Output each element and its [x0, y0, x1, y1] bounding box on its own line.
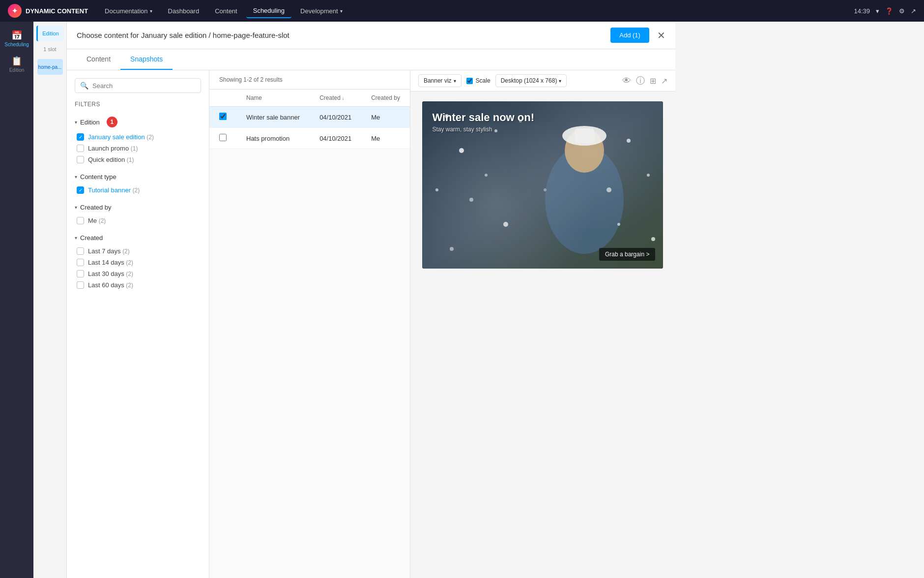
checkbox-last30[interactable] — [77, 270, 84, 277]
banner-subtitle: Stay warm, stay stylish — [432, 126, 534, 133]
row-created-cell: 04/10/2021 — [310, 128, 361, 149]
sidebar-scheduling-label: Scheduling — [4, 42, 29, 47]
settings-icon[interactable]: ⚙ — [899, 7, 905, 15]
filter-item-last7[interactable]: Last 7 days (2) — [77, 245, 201, 257]
info-icon[interactable]: ⓘ — [636, 75, 645, 87]
january-sale-link[interactable]: January sale edition (2) — [88, 133, 154, 141]
nav-dashboard[interactable]: Dashboard — [161, 4, 206, 18]
filter-header-edition[interactable]: ▾ Edition 1 — [75, 113, 201, 131]
filter-item-last14[interactable]: Last 14 days (2) — [77, 257, 201, 268]
created-by-filter-label: Created by — [80, 204, 112, 211]
svg-point-15 — [544, 188, 547, 191]
slot-item-homepage[interactable]: home-pa... — [37, 59, 63, 75]
copy-icon[interactable]: ⊞ — [650, 75, 656, 87]
created-by-column-header[interactable]: Created by — [361, 90, 410, 107]
checkbox-me[interactable] — [77, 217, 84, 224]
chevron-down-icon: ▾ — [340, 8, 343, 14]
nav-items: Documentation ▾ Dashboard Content Schedu… — [98, 4, 854, 18]
table-body: Winter sale banner 04/10/2021 Me Hats pr… — [209, 107, 410, 149]
filter-header-created-by[interactable]: ▾ Created by — [75, 200, 201, 215]
filter-item-last30[interactable]: Last 30 days (2) — [77, 268, 201, 279]
banner-viz-button[interactable]: Banner viz ▾ — [418, 74, 462, 87]
me-label: Me (2) — [88, 217, 106, 224]
help-icon[interactable]: ❓ — [885, 7, 893, 15]
desktop-select-button[interactable]: Desktop (1024 x 768) ▾ — [495, 74, 567, 87]
chevron-down-icon: ▾ — [876, 7, 879, 15]
add-button[interactable]: Add (1) — [610, 28, 649, 43]
launch-promo-label: Launch promo (1) — [88, 145, 138, 152]
row-select-checkbox[interactable] — [219, 113, 227, 120]
row-checkbox-cell — [209, 107, 236, 128]
filter-item-tutorial-banner[interactable]: ✓ Tutorial banner (2) — [77, 184, 201, 196]
banner-viz-label: Banner viz — [424, 77, 452, 84]
scheduling-icon: 📅 — [11, 30, 22, 41]
modal-container: Choose content for January sale edition … — [67, 22, 675, 578]
table-row[interactable]: Hats promotion 04/10/2021 Me — [209, 128, 410, 149]
preview-toolbar: Banner viz ▾ Scale Desktop (1024 x 768) … — [410, 70, 675, 91]
filter-header-created[interactable]: ▾ Created — [75, 230, 201, 245]
search-box[interactable]: 🔍 — [75, 78, 201, 93]
row-checkbox-cell — [209, 128, 236, 149]
scale-checkbox[interactable] — [466, 78, 473, 84]
checkbox-tutorial-banner[interactable]: ✓ — [77, 186, 84, 194]
filter-item-me[interactable]: Me (2) — [77, 215, 201, 226]
nav-scheduling[interactable]: Scheduling — [246, 4, 291, 18]
tab-content[interactable]: Content — [77, 49, 120, 70]
results-table: Name Created Created by Winter sale bann… — [209, 90, 410, 578]
tutorial-banner-link[interactable]: Tutorial banner (2) — [88, 186, 140, 194]
tabs-bar: Content Snapshots — [67, 49, 675, 70]
sec-sidebar-edition[interactable]: Edition — [36, 26, 64, 41]
svg-point-13 — [617, 223, 620, 226]
left-sidebar: 📅 Scheduling 📋 Edition — [0, 22, 33, 578]
close-button[interactable]: ✕ — [657, 30, 665, 41]
secondary-sidebar: Edition 1 slot home-pa... — [33, 22, 67, 578]
svg-point-18 — [651, 237, 655, 241]
tab-snapshots[interactable]: Snapshots — [120, 49, 173, 70]
row-created-by-cell: Me — [361, 107, 410, 128]
results-panel: Showing 1-2 of 2 results Name Created Cr… — [209, 70, 410, 578]
checkbox-quick-edition[interactable] — [77, 156, 84, 163]
filter-item-launch-promo[interactable]: Launch promo (1) — [77, 143, 201, 154]
nav-content[interactable]: Content — [208, 4, 244, 18]
name-column-header[interactable]: Name — [236, 90, 310, 107]
user-icon[interactable]: ↗ — [911, 7, 916, 15]
table-row[interactable]: Winter sale banner 04/10/2021 Me — [209, 107, 410, 128]
chevron-down-icon: ▾ — [75, 205, 77, 210]
preview-panel: Banner viz ▾ Scale Desktop (1024 x 768) … — [410, 70, 675, 578]
filter-item-last60[interactable]: Last 60 days (2) — [77, 279, 201, 291]
filter-header-content-type[interactable]: ▾ Content type — [75, 169, 201, 184]
created-by-filter-items: Me (2) — [75, 215, 201, 226]
checkbox-january-sale[interactable]: ✓ — [77, 133, 84, 141]
filter-item-january-sale[interactable]: ✓ January sale edition (2) — [77, 131, 201, 143]
content-type-filter-label: Content type — [80, 173, 116, 181]
svg-point-17 — [485, 174, 488, 177]
last60-label: Last 60 days (2) — [88, 281, 133, 289]
chevron-down-icon: ▾ — [75, 235, 77, 241]
created-filter-label: Created — [80, 234, 103, 242]
eye-icon[interactable]: 👁 — [622, 75, 631, 87]
open-external-icon[interactable]: ↗ — [661, 75, 667, 87]
checkbox-last7[interactable] — [77, 247, 84, 255]
row-select-checkbox[interactable] — [219, 134, 227, 141]
svg-point-11 — [469, 198, 473, 202]
created-filter-items: Last 7 days (2) Last 14 days (2) — [75, 245, 201, 291]
sidebar-item-scheduling[interactable]: 📅 Scheduling — [4, 27, 29, 50]
edition-badge: 1 — [107, 117, 117, 127]
sidebar-item-edition[interactable]: 📋 Edition — [4, 52, 29, 76]
checkbox-launch-promo[interactable] — [77, 145, 84, 152]
filter-section-edition: ▾ Edition 1 ✓ January sale edition (2) — [75, 113, 201, 165]
filters-label: Filters — [75, 101, 201, 108]
slot-label: 1 slot — [41, 42, 58, 56]
filter-item-quick-edition[interactable]: Quick edition (1) — [77, 154, 201, 165]
search-input[interactable] — [92, 82, 196, 90]
nav-development[interactable]: Development ▾ — [293, 4, 349, 18]
checkbox-last60[interactable] — [77, 281, 84, 289]
created-column-header[interactable]: Created — [310, 90, 361, 107]
edition-icon: 📋 — [11, 56, 22, 66]
svg-point-3 — [562, 126, 606, 146]
filter-section-created-by: ▾ Created by Me (2) — [75, 200, 201, 226]
results-summary: Showing 1-2 of 2 results — [209, 70, 410, 90]
app-logo[interactable]: ✦ DYNAMIC CONTENT — [8, 4, 88, 18]
nav-documentation[interactable]: Documentation ▾ — [98, 4, 159, 18]
checkbox-last14[interactable] — [77, 259, 84, 266]
